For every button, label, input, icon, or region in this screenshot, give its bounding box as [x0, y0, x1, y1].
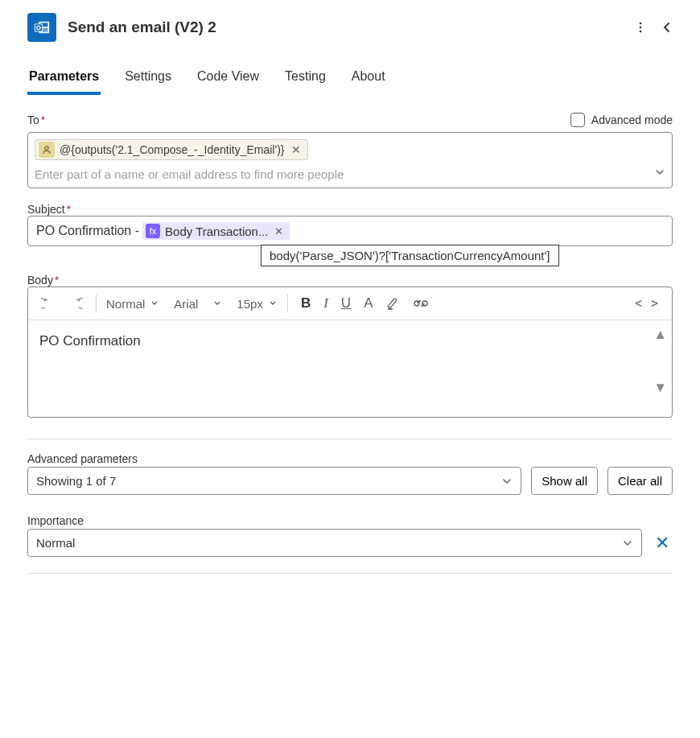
svg-rect-11 [414, 301, 419, 306]
to-label: To* [27, 113, 45, 126]
section-divider [27, 439, 673, 439]
importance-label: Importance [27, 514, 673, 527]
svg-rect-12 [422, 301, 427, 306]
tab-testing[interactable]: Testing [283, 64, 327, 94]
tab-bar: Parameters Settings Code View Testing Ab… [27, 64, 673, 95]
chip-remove-button[interactable]: ✕ [290, 143, 303, 156]
subject-text-prefix: PO Confirmation - [36, 224, 139, 238]
tab-settings[interactable]: Settings [123, 64, 173, 94]
checkbox-icon[interactable] [570, 113, 585, 127]
token-remove-button[interactable]: ✕ [273, 225, 285, 237]
body-content-area[interactable]: PO Confirmation ▲ ▼ [28, 320, 672, 417]
tab-code-view[interactable]: Code View [196, 64, 261, 94]
body-editor: Normal Arial 15px B I U A < > [27, 287, 673, 418]
token-label: Body Transaction... [165, 225, 268, 238]
bold-button[interactable]: B [298, 294, 314, 313]
advanced-mode-toggle[interactable]: Advanced mode [570, 113, 673, 127]
to-recipient-chip[interactable]: @{outputs('2.1_Compose_-_Identity_Email'… [35, 139, 308, 160]
section-divider [27, 573, 673, 574]
chip-text: @{outputs('2.1_Compose_-_Identity_Email'… [60, 143, 285, 156]
scroll-down-icon[interactable]: ▼ [653, 380, 667, 396]
svg-point-8 [640, 31, 642, 33]
person-icon [39, 142, 55, 158]
italic-button[interactable]: I [320, 294, 331, 313]
to-placeholder: Enter part of a name or email address to… [35, 167, 654, 181]
svg-rect-4 [35, 24, 42, 31]
collapse-panel-button[interactable] [661, 22, 673, 33]
font-color-button[interactable]: A [360, 294, 376, 313]
font-family-select[interactable]: Arial [174, 297, 222, 311]
dynamic-content-token[interactable]: fx Body Transaction... ✕ [142, 222, 290, 240]
clear-all-button[interactable]: Clear all [607, 467, 673, 495]
more-options-button[interactable] [634, 21, 647, 34]
outlook-icon [27, 13, 56, 42]
link-button[interactable] [410, 295, 432, 312]
paragraph-style-select[interactable]: Normal [106, 297, 159, 311]
chevron-down-icon [501, 476, 513, 487]
to-input[interactable]: @{outputs('2.1_Compose_-_Identity_Email'… [27, 132, 673, 188]
subject-label: Subject* [27, 203, 673, 216]
fx-icon: fx [146, 224, 160, 238]
redo-button[interactable] [65, 295, 86, 312]
tab-parameters[interactable]: Parameters [27, 64, 101, 95]
svg-point-7 [640, 27, 642, 29]
clear-importance-button[interactable]: ✕ [652, 533, 673, 554]
chevron-down-icon[interactable] [654, 167, 665, 181]
chevron-down-icon [622, 538, 633, 549]
show-all-button[interactable]: Show all [531, 467, 598, 495]
body-label: Body* [27, 274, 673, 287]
subject-input[interactable]: PO Confirmation - fx Body Transaction...… [27, 216, 673, 246]
svg-point-9 [45, 146, 48, 150]
action-title: Send an email (V2) 2 [68, 19, 623, 36]
advanced-parameters-select[interactable]: Showing 1 of 7 [27, 467, 521, 495]
highlight-button[interactable] [382, 295, 403, 312]
panel-header: Send an email (V2) 2 [27, 13, 673, 42]
font-size-select[interactable]: 15px [237, 297, 278, 311]
token-tooltip: body('Parse_JSON')?['TransactionCurrency… [261, 245, 559, 266]
code-view-toggle[interactable]: < > [632, 295, 662, 312]
undo-button[interactable] [38, 295, 59, 312]
tab-about[interactable]: About [350, 64, 387, 94]
advanced-parameters-label: Advanced parameters [27, 452, 673, 465]
importance-select[interactable]: Normal [27, 529, 642, 557]
scroll-up-icon[interactable]: ▲ [653, 327, 667, 343]
svg-point-6 [640, 23, 642, 25]
editor-toolbar: Normal Arial 15px B I U A < > [28, 287, 672, 320]
underline-button[interactable]: U [338, 294, 354, 313]
